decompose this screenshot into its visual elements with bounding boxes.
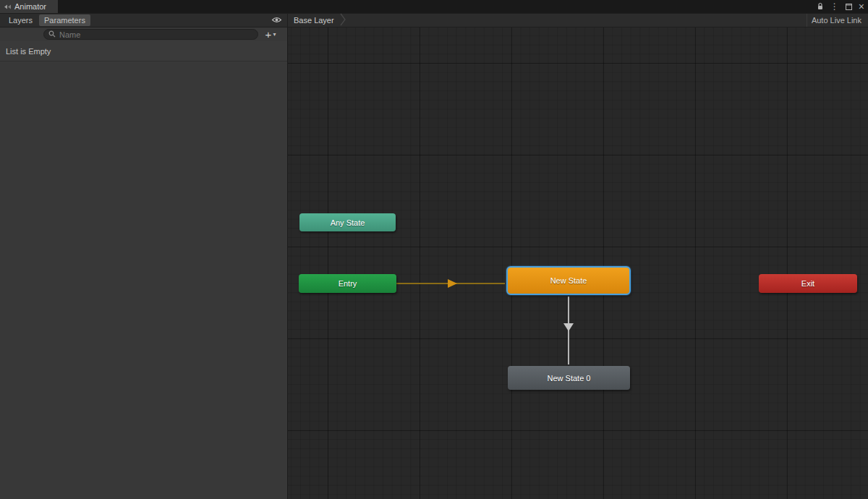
state-node-any-state[interactable]: Any State — [299, 213, 396, 231]
state-node-new-state-0[interactable]: New State 0 — [508, 366, 630, 390]
eye-icon[interactable] — [271, 16, 282, 25]
state-node-label: New State — [550, 276, 587, 285]
tab-layers-label: Layers — [9, 16, 33, 25]
main-area: + ▾ List is Empty Any State — [0, 27, 868, 499]
state-node-label: New State 0 — [548, 374, 591, 383]
titlebar: Animator ⋮ × — [0, 0, 868, 13]
animator-graph-canvas[interactable]: Any State Entry New State Exit New State… — [288, 27, 868, 499]
toolbar-left: Layers Parameters — [0, 14, 288, 27]
parameters-panel: + ▾ List is Empty — [0, 27, 288, 499]
transition-entry-to-new-state[interactable] — [396, 279, 505, 288]
window-controls: ⋮ × — [817, 0, 864, 13]
lock-icon[interactable] — [817, 2, 824, 11]
tab-animator-label: Animator — [14, 2, 46, 11]
transition-edges — [288, 27, 868, 499]
chevron-right-icon — [340, 13, 346, 27]
plus-icon: + — [265, 30, 272, 40]
tab-parameters[interactable]: Parameters — [39, 14, 90, 26]
state-node-label: Any State — [331, 218, 365, 227]
breadcrumb-base-layer[interactable]: Base Layer — [288, 14, 346, 27]
add-parameter-button[interactable]: + ▾ — [258, 30, 283, 40]
maximize-icon[interactable] — [846, 4, 852, 10]
menu-icon[interactable]: ⋮ — [830, 2, 839, 11]
search-input[interactable] — [59, 30, 253, 39]
dropdown-caret-icon: ▾ — [273, 31, 276, 38]
auto-live-link-button[interactable]: Auto Live Link — [807, 14, 866, 27]
tab-animator[interactable]: Animator — [0, 0, 58, 13]
breadcrumb-label: Base Layer — [294, 16, 334, 25]
tab-layers[interactable]: Layers — [4, 14, 38, 26]
state-node-label: Entry — [339, 279, 357, 288]
search-field[interactable] — [43, 29, 258, 40]
tab-parameters-label: Parameters — [44, 16, 85, 25]
toolbar: Layers Parameters Base Layer — [0, 13, 868, 27]
animator-window: Animator ⋮ × Layers — [0, 0, 868, 499]
close-icon[interactable]: × — [859, 1, 864, 12]
state-node-new-state[interactable]: New State — [506, 266, 631, 295]
search-icon — [48, 30, 56, 39]
animator-icon — [4, 3, 12, 11]
state-node-label: Exit — [801, 279, 814, 288]
state-node-exit[interactable]: Exit — [759, 274, 857, 293]
transition-new-state-to-new-state-0[interactable] — [563, 297, 574, 364]
empty-list-message: List is Empty — [0, 41, 287, 61]
parameter-search-row: + ▾ — [0, 27, 287, 41]
toolbar-right: Base Layer Auto Live Link — [288, 14, 868, 27]
state-node-entry[interactable]: Entry — [299, 274, 396, 293]
